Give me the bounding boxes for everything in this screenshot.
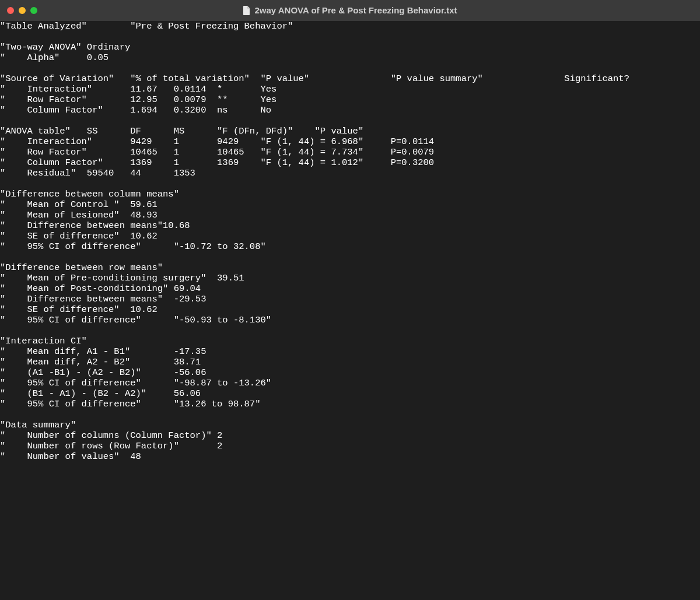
maximize-icon[interactable] — [30, 7, 37, 14]
close-icon[interactable] — [7, 7, 14, 14]
minimize-icon[interactable] — [19, 7, 26, 14]
document-icon — [243, 6, 251, 15]
window-title: 2way ANOVA of Pre & Post Freezing Behavi… — [254, 5, 457, 16]
text-content[interactable]: "Table Analyzed" "Pre & Post Freezing Be… — [0, 21, 700, 462]
traffic-lights — [0, 7, 37, 14]
window-titlebar: 2way ANOVA of Pre & Post Freezing Behavi… — [0, 0, 700, 21]
title-wrap: 2way ANOVA of Pre & Post Freezing Behavi… — [0, 5, 700, 16]
